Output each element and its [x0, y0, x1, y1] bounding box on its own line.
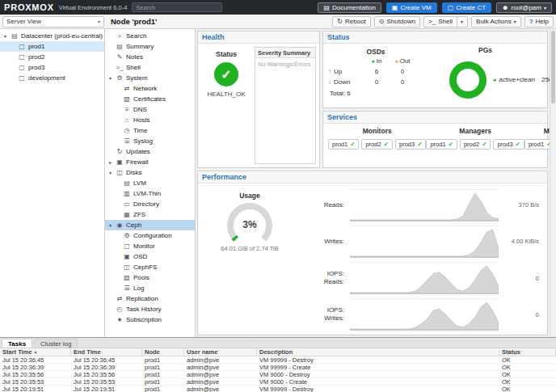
menu-item[interactable]: ↻ Updates — [105, 146, 195, 157]
menu-item[interactable]: ▧ Pools — [105, 272, 195, 283]
menu-item[interactable]: ▣ OSD — [105, 251, 195, 262]
menu-item[interactable]: ⚙ Configuration — [105, 230, 195, 241]
menu-item[interactable]: ☰ Syslog — [105, 136, 195, 146]
meta-data-servers-title: Meta Data Servers — [544, 127, 550, 135]
task-row[interactable]: Jul 15 20:19:51 Jul 15 20:19:51 prod1 ad… — [0, 386, 556, 392]
check-icon: ✓ — [384, 141, 389, 148]
pgs-legend-label: active+clean — [499, 76, 535, 83]
menu-item[interactable]: ▾ ◉ Ceph — [105, 220, 195, 230]
menu-item[interactable]: ▢ Monitor — [105, 241, 195, 251]
create-vm-button[interactable]: ▣ Create VM — [386, 2, 437, 13]
power-icon: ⊙ — [379, 18, 385, 25]
iops-reads-chart-row: IOPS: Reads: 0 — [298, 260, 544, 297]
scrollbar-thumb[interactable] — [551, 31, 555, 103]
column-header-severity[interactable]: Severity — [255, 48, 280, 57]
managers-title: Managers — [459, 127, 491, 135]
column-header-end-time[interactable]: End Time — [71, 348, 142, 356]
column-header-node[interactable]: Node — [142, 348, 184, 356]
user-menu-button[interactable]: ☻ root@pam ▾ — [496, 2, 552, 13]
create-ct-button[interactable]: ▢ Create CT — [442, 2, 491, 13]
menu-item[interactable]: ⇄ Replication — [105, 293, 195, 304]
osd-up-in-count: 6 — [364, 68, 390, 75]
service-host-badge: prod1✓ — [524, 139, 550, 150]
menu-item[interactable]: ✎ Notes — [105, 52, 195, 62]
tree-item[interactable]: ▢ prod3 — [0, 62, 104, 73]
tree-item[interactable]: ▢ prod2 — [0, 52, 104, 62]
global-search-input[interactable] — [132, 2, 222, 12]
down-arrow-icon: ↓ — [328, 78, 331, 86]
log-tab[interactable]: Tasks — [2, 339, 32, 348]
column-header-status[interactable]: Status — [499, 348, 556, 356]
menu-item[interactable]: ▾ ⚙ System — [105, 73, 195, 83]
tree-item[interactable]: ▢ development — [0, 73, 104, 83]
osd-table: ● In ● Out — [328, 56, 423, 87]
reads-sparkline — [350, 189, 499, 221]
menu-item[interactable]: ◴ Task History — [105, 304, 195, 314]
menu-item[interactable]: ▧ Certificates — [105, 94, 195, 104]
menu-item[interactable]: ◷ Time — [105, 125, 195, 136]
task-start-time: Jul 15 20:19:51 — [0, 386, 71, 392]
reboot-button[interactable]: ↻ Reboot — [332, 16, 371, 27]
menu-item[interactable]: ⌕ Search — [105, 31, 195, 41]
menu-item-label: LVM-Thin — [133, 190, 161, 197]
osds-title: OSDs — [328, 48, 423, 56]
replication-icon: ⇄ — [116, 295, 124, 302]
chevron-down-icon: ▾ — [461, 19, 463, 24]
tree-item[interactable]: ▾ ▤ Datacenter (prod-eu-central) — [0, 31, 104, 41]
osd-up-out-count: 0 — [390, 68, 415, 75]
menu-item-label: DNS — [133, 106, 147, 113]
shell-dropdown[interactable]: ▾ — [457, 17, 463, 27]
menu-item[interactable]: ▦ ZFS — [105, 209, 195, 220]
task-node: prod1 — [142, 356, 184, 364]
menu-item[interactable]: ▤ Summary — [105, 41, 195, 52]
shutdown-button[interactable]: ⊙ Shutdown — [374, 16, 420, 27]
help-button[interactable]: ? Help — [524, 16, 554, 27]
node-icon: ▢ — [18, 43, 26, 50]
meta-data-servers-group: Meta Data Servers prod1✓ prod2✓ prod3✓ — [524, 127, 550, 150]
reboot-label: Reboot — [345, 18, 366, 25]
updates-icon: ↻ — [116, 148, 124, 155]
check-icon: ✓ — [482, 141, 486, 148]
menu-caret-icon: ▸ — [107, 159, 113, 165]
column-header-user-name[interactable]: User name — [184, 348, 257, 356]
view-selector[interactable]: Server View ▾ — [2, 16, 104, 27]
menu-item[interactable]: ≡ DNS — [105, 104, 195, 115]
menu-item[interactable]: ⇄ Network — [105, 83, 195, 94]
menu-item-label: Time — [133, 127, 147, 134]
menu-item-label: Notes — [126, 53, 143, 61]
menu-item[interactable]: ▾ ◫ Disks — [105, 167, 195, 178]
check-icon: ✓ — [449, 141, 453, 148]
column-header-summary[interactable]: Summary — [280, 48, 315, 57]
menu-item[interactable]: >_ Shell — [105, 62, 195, 73]
menu-item[interactable]: ☰ Log — [105, 283, 195, 293]
tree-item-label: prod2 — [28, 53, 44, 61]
monitor-icon: ▢ — [123, 242, 131, 250]
terminal-icon: >_ — [428, 18, 436, 25]
bulk-actions-button[interactable]: Bulk Actions ▾ — [471, 16, 521, 27]
reads-value: 370 B/s — [499, 201, 544, 209]
tasks-panel: Tasks Cluster log Start Time ▼ End Time … — [0, 337, 556, 392]
menu-item[interactable]: ▤ LVM — [105, 178, 195, 188]
node-icon: ▢ — [18, 74, 26, 82]
menu-item[interactable]: ★ Subscription — [105, 314, 195, 325]
menu-item[interactable]: ⌂ Hosts — [105, 115, 195, 125]
documentation-button[interactable]: ▤ Documentation — [318, 2, 381, 13]
tree-item-label: prod1 — [28, 43, 44, 50]
menu-item[interactable]: ▸ ▣ Firewall — [105, 157, 195, 167]
log-tab[interactable]: Cluster log — [34, 339, 78, 348]
content-scrollbar[interactable] — [550, 29, 556, 337]
column-header-start-time[interactable]: Start Time ▼ — [0, 348, 71, 356]
osd-icon: ▣ — [123, 253, 131, 260]
menu-item-label: CephFS — [133, 263, 157, 271]
task-node: prod1 — [142, 378, 184, 386]
menu-item[interactable]: ▭ Directory — [105, 199, 195, 209]
menu-item[interactable]: ▥ LVM-Thin — [105, 188, 195, 199]
empty-table-message: No Warnings/Errors — [255, 58, 315, 70]
column-header-description[interactable]: Description — [257, 348, 499, 356]
sort-desc-icon: ▼ — [34, 350, 38, 355]
task-node: prod1 — [142, 386, 184, 392]
log-tab-label: Cluster log — [40, 340, 71, 348]
menu-item[interactable]: ◫ CephFS — [105, 262, 195, 272]
tree-item[interactable]: ▢ prod1 — [0, 41, 104, 52]
shell-button[interactable]: >_ Shell ▾ — [423, 16, 468, 27]
